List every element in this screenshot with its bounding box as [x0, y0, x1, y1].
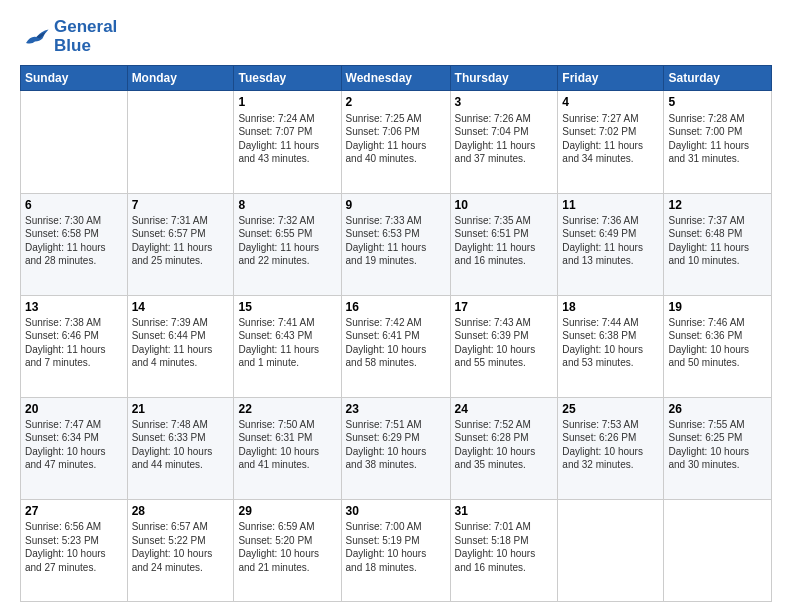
day-info: Sunrise: 7:44 AM Sunset: 6:38 PM Dayligh… [562, 316, 659, 370]
day-info: Sunrise: 7:51 AM Sunset: 6:29 PM Dayligh… [346, 418, 446, 472]
day-number: 5 [668, 94, 767, 110]
day-info: Sunrise: 7:39 AM Sunset: 6:44 PM Dayligh… [132, 316, 230, 370]
day-number: 30 [346, 503, 446, 519]
header: General Blue [20, 18, 772, 55]
calendar-cell: 21Sunrise: 7:48 AM Sunset: 6:33 PM Dayli… [127, 397, 234, 499]
day-info: Sunrise: 7:53 AM Sunset: 6:26 PM Dayligh… [562, 418, 659, 472]
calendar-cell [558, 499, 664, 601]
day-number: 31 [455, 503, 554, 519]
calendar-cell: 4Sunrise: 7:27 AM Sunset: 7:02 PM Daylig… [558, 91, 664, 193]
calendar-cell: 23Sunrise: 7:51 AM Sunset: 6:29 PM Dayli… [341, 397, 450, 499]
calendar-cell: 9Sunrise: 7:33 AM Sunset: 6:53 PM Daylig… [341, 193, 450, 295]
day-number: 16 [346, 299, 446, 315]
day-info: Sunrise: 7:28 AM Sunset: 7:00 PM Dayligh… [668, 112, 767, 166]
day-number: 13 [25, 299, 123, 315]
calendar-cell: 20Sunrise: 7:47 AM Sunset: 6:34 PM Dayli… [21, 397, 128, 499]
weekday-header-cell: Friday [558, 66, 664, 91]
day-info: Sunrise: 6:56 AM Sunset: 5:23 PM Dayligh… [25, 520, 123, 574]
logo: General Blue [20, 18, 117, 55]
day-number: 19 [668, 299, 767, 315]
day-info: Sunrise: 7:47 AM Sunset: 6:34 PM Dayligh… [25, 418, 123, 472]
day-number: 4 [562, 94, 659, 110]
weekday-header-cell: Monday [127, 66, 234, 91]
day-info: Sunrise: 7:00 AM Sunset: 5:19 PM Dayligh… [346, 520, 446, 574]
day-number: 2 [346, 94, 446, 110]
calendar-cell: 25Sunrise: 7:53 AM Sunset: 6:26 PM Dayli… [558, 397, 664, 499]
day-info: Sunrise: 7:25 AM Sunset: 7:06 PM Dayligh… [346, 112, 446, 166]
day-info: Sunrise: 7:43 AM Sunset: 6:39 PM Dayligh… [455, 316, 554, 370]
weekday-header-cell: Thursday [450, 66, 558, 91]
day-info: Sunrise: 7:55 AM Sunset: 6:25 PM Dayligh… [668, 418, 767, 472]
calendar-cell [21, 91, 128, 193]
day-info: Sunrise: 7:31 AM Sunset: 6:57 PM Dayligh… [132, 214, 230, 268]
day-info: Sunrise: 7:38 AM Sunset: 6:46 PM Dayligh… [25, 316, 123, 370]
day-number: 29 [238, 503, 336, 519]
day-number: 26 [668, 401, 767, 417]
calendar-cell: 22Sunrise: 7:50 AM Sunset: 6:31 PM Dayli… [234, 397, 341, 499]
day-info: Sunrise: 7:36 AM Sunset: 6:49 PM Dayligh… [562, 214, 659, 268]
logo-text: General Blue [54, 18, 117, 55]
day-number: 15 [238, 299, 336, 315]
calendar-cell: 27Sunrise: 6:56 AM Sunset: 5:23 PM Dayli… [21, 499, 128, 601]
calendar-cell: 28Sunrise: 6:57 AM Sunset: 5:22 PM Dayli… [127, 499, 234, 601]
day-info: Sunrise: 7:26 AM Sunset: 7:04 PM Dayligh… [455, 112, 554, 166]
calendar-cell: 19Sunrise: 7:46 AM Sunset: 6:36 PM Dayli… [664, 295, 772, 397]
weekday-header-cell: Sunday [21, 66, 128, 91]
day-info: Sunrise: 7:27 AM Sunset: 7:02 PM Dayligh… [562, 112, 659, 166]
calendar-cell: 8Sunrise: 7:32 AM Sunset: 6:55 PM Daylig… [234, 193, 341, 295]
day-number: 22 [238, 401, 336, 417]
calendar-cell: 10Sunrise: 7:35 AM Sunset: 6:51 PM Dayli… [450, 193, 558, 295]
day-number: 7 [132, 197, 230, 213]
day-info: Sunrise: 7:42 AM Sunset: 6:41 PM Dayligh… [346, 316, 446, 370]
day-info: Sunrise: 7:30 AM Sunset: 6:58 PM Dayligh… [25, 214, 123, 268]
day-number: 9 [346, 197, 446, 213]
calendar-cell: 29Sunrise: 6:59 AM Sunset: 5:20 PM Dayli… [234, 499, 341, 601]
day-number: 21 [132, 401, 230, 417]
calendar-cell: 2Sunrise: 7:25 AM Sunset: 7:06 PM Daylig… [341, 91, 450, 193]
day-info: Sunrise: 7:52 AM Sunset: 6:28 PM Dayligh… [455, 418, 554, 472]
day-number: 10 [455, 197, 554, 213]
day-number: 25 [562, 401, 659, 417]
day-info: Sunrise: 7:46 AM Sunset: 6:36 PM Dayligh… [668, 316, 767, 370]
calendar-week-row: 6Sunrise: 7:30 AM Sunset: 6:58 PM Daylig… [21, 193, 772, 295]
day-info: Sunrise: 7:33 AM Sunset: 6:53 PM Dayligh… [346, 214, 446, 268]
calendar-cell [664, 499, 772, 601]
day-info: Sunrise: 7:24 AM Sunset: 7:07 PM Dayligh… [238, 112, 336, 166]
calendar-cell: 7Sunrise: 7:31 AM Sunset: 6:57 PM Daylig… [127, 193, 234, 295]
calendar-cell: 6Sunrise: 7:30 AM Sunset: 6:58 PM Daylig… [21, 193, 128, 295]
calendar-cell: 15Sunrise: 7:41 AM Sunset: 6:43 PM Dayli… [234, 295, 341, 397]
calendar-week-row: 20Sunrise: 7:47 AM Sunset: 6:34 PM Dayli… [21, 397, 772, 499]
calendar-body: 1Sunrise: 7:24 AM Sunset: 7:07 PM Daylig… [21, 91, 772, 602]
day-info: Sunrise: 7:35 AM Sunset: 6:51 PM Dayligh… [455, 214, 554, 268]
day-info: Sunrise: 7:48 AM Sunset: 6:33 PM Dayligh… [132, 418, 230, 472]
day-info: Sunrise: 7:01 AM Sunset: 5:18 PM Dayligh… [455, 520, 554, 574]
day-number: 12 [668, 197, 767, 213]
calendar-cell [127, 91, 234, 193]
calendar-week-row: 27Sunrise: 6:56 AM Sunset: 5:23 PM Dayli… [21, 499, 772, 601]
logo-icon [20, 22, 50, 52]
calendar-cell: 11Sunrise: 7:36 AM Sunset: 6:49 PM Dayli… [558, 193, 664, 295]
calendar-cell: 13Sunrise: 7:38 AM Sunset: 6:46 PM Dayli… [21, 295, 128, 397]
day-number: 28 [132, 503, 230, 519]
day-number: 20 [25, 401, 123, 417]
calendar-cell: 30Sunrise: 7:00 AM Sunset: 5:19 PM Dayli… [341, 499, 450, 601]
day-number: 23 [346, 401, 446, 417]
calendar-week-row: 13Sunrise: 7:38 AM Sunset: 6:46 PM Dayli… [21, 295, 772, 397]
day-number: 1 [238, 94, 336, 110]
day-number: 6 [25, 197, 123, 213]
day-info: Sunrise: 7:50 AM Sunset: 6:31 PM Dayligh… [238, 418, 336, 472]
calendar-cell: 3Sunrise: 7:26 AM Sunset: 7:04 PM Daylig… [450, 91, 558, 193]
weekday-header-cell: Saturday [664, 66, 772, 91]
calendar-cell: 14Sunrise: 7:39 AM Sunset: 6:44 PM Dayli… [127, 295, 234, 397]
weekday-header-row: SundayMondayTuesdayWednesdayThursdayFrid… [21, 66, 772, 91]
day-number: 18 [562, 299, 659, 315]
calendar-week-row: 1Sunrise: 7:24 AM Sunset: 7:07 PM Daylig… [21, 91, 772, 193]
calendar-cell: 12Sunrise: 7:37 AM Sunset: 6:48 PM Dayli… [664, 193, 772, 295]
day-number: 11 [562, 197, 659, 213]
day-number: 17 [455, 299, 554, 315]
calendar-cell: 5Sunrise: 7:28 AM Sunset: 7:00 PM Daylig… [664, 91, 772, 193]
calendar-cell: 24Sunrise: 7:52 AM Sunset: 6:28 PM Dayli… [450, 397, 558, 499]
day-number: 24 [455, 401, 554, 417]
calendar-cell: 31Sunrise: 7:01 AM Sunset: 5:18 PM Dayli… [450, 499, 558, 601]
calendar-cell: 17Sunrise: 7:43 AM Sunset: 6:39 PM Dayli… [450, 295, 558, 397]
